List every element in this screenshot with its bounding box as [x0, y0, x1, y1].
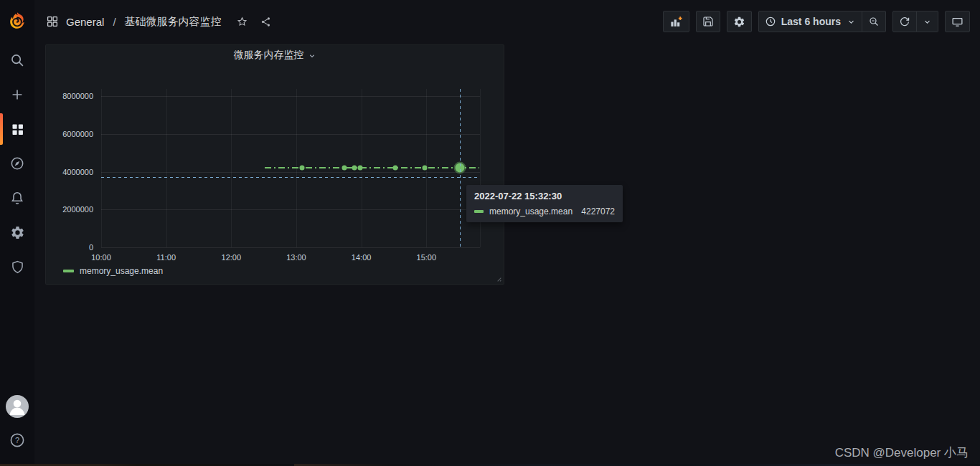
tv-mode-icon — [951, 16, 963, 28]
sidebar-item-configuration[interactable] — [0, 215, 34, 249]
sidebar-item-help[interactable]: ? — [9, 432, 26, 449]
data-point — [342, 165, 347, 170]
zoom-out-icon — [868, 16, 880, 27]
explore-compass-icon — [9, 156, 25, 171]
y-axis-tick-label: 2000000 — [62, 205, 93, 214]
y-axis-tick-label: 8000000 — [62, 92, 93, 100]
panel-title-menu[interactable]: 微服务内存监控 — [46, 45, 504, 65]
settings-gear-icon — [733, 16, 745, 28]
refresh-icon — [899, 16, 910, 27]
legend-label: memory_usage.mean — [80, 266, 163, 276]
star-icon[interactable] — [236, 16, 248, 28]
share-icon[interactable] — [260, 16, 272, 28]
chevron-down-icon — [923, 17, 932, 27]
gridline-y — [101, 247, 480, 248]
refresh-button[interactable] — [892, 11, 917, 32]
sidebar-item-dashboards[interactable] — [0, 112, 34, 146]
panel-memory-monitor: 微服务内存监控 0200000040000006000000800000010:… — [45, 44, 504, 285]
x-axis-tick-label: 13:00 — [286, 253, 306, 262]
chevron-down-icon — [847, 17, 856, 27]
clock-icon — [765, 16, 776, 27]
tooltip-series-value: 4227072 — [581, 206, 615, 217]
svg-text:?: ? — [15, 436, 19, 444]
x-axis-tick-label: 15:00 — [417, 253, 437, 262]
add-panel-button[interactable] — [663, 11, 689, 32]
crosshair-vertical — [460, 89, 461, 247]
plus-icon — [9, 87, 25, 103]
grafana-logo-icon — [6, 11, 28, 32]
add-panel-icon — [669, 15, 683, 29]
person-icon — [6, 395, 29, 418]
sidebar-item-explore[interactable] — [0, 146, 34, 181]
user-avatar[interactable] — [6, 395, 29, 418]
breadcrumb-dashboard-title[interactable]: 基础微服务内容监控 — [125, 15, 222, 29]
configuration-gear-icon — [10, 225, 25, 240]
dashboard-settings-button[interactable] — [727, 11, 752, 32]
time-range-picker[interactable]: Last 6 hours — [758, 11, 862, 32]
tooltip-series-swatch — [474, 210, 484, 213]
breadcrumb-folder[interactable]: General — [66, 16, 104, 28]
server-admin-shield-icon — [10, 260, 25, 275]
chart-tooltip: 2022-07-22 15:32:30 memory_usage.mean 42… — [466, 185, 623, 222]
breadcrumb-actions — [236, 16, 272, 28]
gridline-x — [101, 89, 102, 247]
gridline-y — [101, 96, 480, 97]
crosshair-horizontal — [101, 177, 480, 178]
gridline-y — [101, 209, 480, 210]
sidebar-nav — [0, 43, 34, 284]
gridline-y — [101, 172, 480, 173]
data-point — [392, 165, 397, 170]
tooltip-series-row: memory_usage.mean 4227072 — [474, 206, 615, 217]
apps-grid-icon — [46, 15, 59, 28]
x-axis-tick-label: 10:00 — [91, 253, 111, 262]
sidebar-item-alerting[interactable] — [0, 181, 34, 215]
x-axis-tick-label: 12:00 — [222, 253, 242, 262]
refresh-interval-dropdown[interactable] — [917, 11, 938, 32]
panel-resize-handle[interactable] — [491, 272, 503, 283]
gridline-x-edge — [480, 89, 481, 247]
gridline-y — [101, 134, 480, 135]
sidebar-item-create[interactable] — [0, 77, 34, 112]
zoom-out-time-button[interactable] — [862, 11, 886, 32]
chevron-down-icon — [308, 52, 316, 60]
toolbar: Last 6 hours — [656, 11, 970, 32]
tooltip-timestamp: 2022-07-22 15:32:30 — [474, 191, 615, 201]
time-picker-group: Last 6 hours — [758, 11, 886, 32]
y-axis-tick-label: 4000000 — [62, 168, 93, 176]
legend-item[interactable]: memory_usage.mean — [63, 266, 163, 276]
panel-title: 微服务内存监控 — [234, 49, 304, 62]
breadcrumb-separator: / — [111, 16, 117, 28]
save-dashboard-button[interactable] — [696, 11, 720, 32]
plot-area[interactable]: 0200000040000006000000800000010:0011:001… — [101, 89, 480, 247]
grafana-logo[interactable] — [0, 0, 34, 43]
dashboards-icon — [10, 122, 25, 137]
y-axis-tick-label: 6000000 — [62, 130, 93, 138]
legend-swatch — [63, 270, 74, 272]
data-point — [357, 165, 362, 170]
time-range-label: Last 6 hours — [781, 16, 841, 27]
save-icon — [702, 16, 714, 27]
refresh-group — [892, 11, 938, 32]
alerting-bell-icon — [9, 190, 25, 206]
gridline-x — [166, 89, 167, 247]
data-point — [423, 165, 428, 170]
tv-mode-button[interactable] — [945, 11, 970, 32]
csdn-watermark: CSDN @Developer 小马 — [835, 444, 969, 461]
data-point — [300, 165, 305, 170]
help-icon: ? — [9, 432, 26, 449]
sidebar-item-search[interactable] — [0, 43, 34, 77]
gridline-x — [231, 89, 232, 247]
sidebar-bottom: ? — [0, 395, 34, 449]
sidebar-item-server-admin[interactable] — [0, 249, 34, 284]
x-axis-tick-label: 11:00 — [156, 253, 176, 262]
dashboard-header: General / 基础微服务内容监控 — [34, 0, 980, 43]
y-axis-tick-label: 0 — [89, 243, 93, 252]
tooltip-series-label: memory_usage.mean — [489, 206, 573, 217]
series-line — [265, 167, 479, 168]
data-point — [352, 165, 357, 170]
breadcrumb: General / 基础微服务内容监控 — [46, 15, 272, 29]
x-axis-tick-label: 14:00 — [352, 253, 372, 262]
sidebar: ? — [0, 0, 34, 466]
search-icon — [9, 52, 25, 68]
